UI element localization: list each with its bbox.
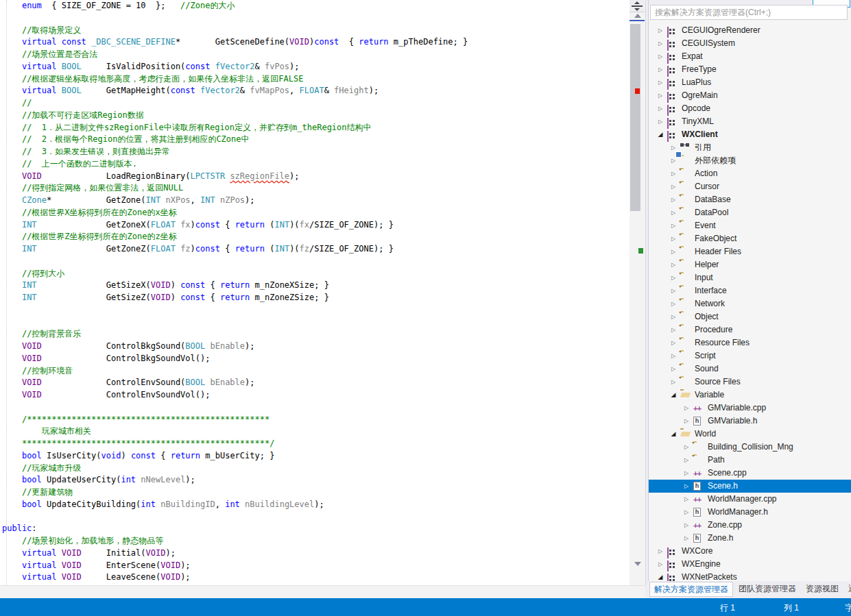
collapse-arrow-icon[interactable]: ◢	[669, 389, 678, 402]
expand-arrow-icon[interactable]: ▷	[682, 415, 691, 428]
tree-row-helper[interactable]: ▷Helper	[649, 258, 851, 271]
tree-row-source-files[interactable]: ▷Source Files	[649, 375, 851, 389]
expand-arrow-icon[interactable]: ▷	[656, 558, 665, 571]
expand-arrow-icon[interactable]: ▷	[669, 193, 678, 206]
tree-row-tinyxml[interactable]: ▷TinyXML	[649, 115, 851, 128]
tree-row-luaplus[interactable]: ▷LuaPlus	[649, 76, 851, 89]
expand-arrow-icon[interactable]: ▷	[669, 349, 678, 362]
collapse-arrow-icon[interactable]: ◢	[656, 128, 665, 141]
tree-row-worldmanager-h[interactable]: ▷hWorldManager.h	[649, 506, 851, 519]
tree-item-label: WorldManager.cpp	[708, 493, 777, 506]
tree-row-object[interactable]: ▷Object	[649, 310, 851, 323]
tree-row-wxengine[interactable]: ▷WXEngine	[649, 558, 851, 571]
window-splitter-handle[interactable]	[630, 0, 645, 12]
tab-资源视图[interactable]: 资源视图	[802, 582, 843, 595]
collapse-arrow-icon[interactable]: ◢	[656, 571, 665, 581]
tree-row-zone-h[interactable]: ▷hZone.h	[649, 532, 851, 545]
tree-row-freetype[interactable]: ▷FreeType	[649, 63, 851, 76]
scroll-up-button[interactable]	[634, 14, 641, 18]
expand-arrow-icon[interactable]: ▷	[682, 441, 691, 454]
expand-arrow-icon[interactable]: ▷	[669, 245, 678, 258]
expand-arrow-icon[interactable]: ▷	[669, 232, 678, 245]
code-line: /***************************************…	[0, 414, 630, 426]
expand-arrow-icon[interactable]: ▷	[669, 375, 678, 389]
expand-arrow-icon[interactable]: ▷	[669, 323, 678, 336]
tree-row-sound[interactable]: ▷Sound	[649, 362, 851, 375]
tree-row-input[interactable]: ▷Input	[649, 271, 851, 284]
scrollbar-thumb[interactable]	[630, 24, 640, 211]
expand-arrow-icon[interactable]: ▷	[669, 206, 678, 219]
tree-row-database[interactable]: ▷DataBase	[649, 193, 851, 206]
tree-row-scene-h[interactable]: ▷hScene.h	[649, 480, 851, 493]
tree-row-action[interactable]: ▷Action	[649, 167, 851, 180]
expand-arrow-icon[interactable]: ▷	[682, 519, 691, 532]
expand-arrow-icon[interactable]: ▷	[682, 402, 691, 415]
tree-row-event[interactable]: ▷Event	[649, 219, 851, 232]
expand-arrow-icon[interactable]: ▷	[669, 258, 678, 271]
tree-row-datapool[interactable]: ▷DataPool	[649, 206, 851, 219]
tree-row-gmvariable-cpp[interactable]: ▷++GMVariable.cpp	[649, 402, 851, 415]
expand-arrow-icon[interactable]: ▷	[669, 284, 678, 297]
tree-row-fakeobject[interactable]: ▷FakeObject	[649, 232, 851, 245]
scroll-down-button[interactable]	[634, 562, 641, 566]
expand-arrow-icon[interactable]: ▷	[669, 167, 678, 180]
tree-row-path[interactable]: ▷Path	[649, 454, 851, 467]
expand-arrow-icon[interactable]: ▷	[669, 362, 678, 375]
tree-row-cursor[interactable]: ▷Cursor	[649, 180, 851, 193]
expand-arrow-icon[interactable]: ▷	[656, 115, 665, 128]
code-lines: enum { SIZE_OF_ZONE = 10 }; //Zone的大小 //…	[0, 0, 630, 584]
tree-row-wxclient[interactable]: ◢WXClient	[649, 128, 851, 141]
tree-row-interface[interactable]: ▷Interface	[649, 284, 851, 297]
tree-row-scene-cpp[interactable]: ▷++Scene.cpp	[649, 467, 851, 480]
code-editor[interactable]: enum { SIZE_OF_ZONE = 10 }; //Zone的大小 //…	[0, 0, 630, 585]
expand-arrow-icon[interactable]: ▷	[682, 467, 691, 480]
tree-row-ceguisystem[interactable]: ▷CEGUISystem	[649, 37, 851, 50]
tree-row-ceguiogrerenderer[interactable]: ▷CEGUIOgreRenderer	[649, 24, 851, 37]
expand-arrow-icon[interactable]: ▷	[669, 180, 678, 193]
expand-arrow-icon[interactable]: ▷	[682, 532, 691, 545]
expand-arrow-icon[interactable]: ▷	[682, 480, 691, 493]
cpp-project-icon	[667, 66, 669, 77]
editor-vertical-scrollbar[interactable]	[630, 0, 646, 585]
tree-row-expat[interactable]: ▷Expat	[649, 50, 851, 63]
expand-arrow-icon[interactable]: ▷	[682, 506, 691, 519]
tree-row-ogremain[interactable]: ▷OgreMain	[649, 89, 851, 102]
horizontal-scrollbar-area[interactable]	[0, 585, 645, 599]
expand-arrow-icon[interactable]: ▷	[669, 219, 678, 232]
expand-arrow-icon[interactable]: ▷	[669, 310, 678, 323]
tree-row-opcode[interactable]: ▷Opcode	[649, 102, 851, 115]
tree-item-label: OgreMain	[682, 89, 718, 102]
expand-arrow-icon[interactable]: ▷	[656, 37, 665, 50]
expand-arrow-icon[interactable]: ▷	[656, 63, 665, 76]
expand-arrow-icon[interactable]: ▷	[656, 50, 665, 63]
expand-arrow-icon[interactable]: ▷	[682, 454, 691, 467]
tree-row-wxcore[interactable]: ▷WXCore	[649, 545, 851, 558]
tab-解决方案资源管理器[interactable]: 解决方案资源管理器	[649, 582, 733, 597]
tree-row-world[interactable]: ◢World	[649, 428, 851, 441]
expand-arrow-icon[interactable]: ▷	[656, 89, 665, 102]
tab-通知[interactable]: 通知	[844, 582, 851, 595]
tree-row-script[interactable]: ▷Script	[649, 349, 851, 362]
expand-arrow-icon[interactable]: ▷	[669, 271, 678, 284]
tree-row-gmvariable-h[interactable]: ▷hGMVariable.h	[649, 415, 851, 428]
expand-arrow-icon[interactable]: ▷	[656, 24, 665, 37]
tree-row--[interactable]: ▷外部依赖项	[649, 154, 851, 167]
expand-arrow-icon[interactable]: ▷	[656, 102, 665, 115]
expand-arrow-icon[interactable]: ▷	[682, 493, 691, 506]
tree-row-header-files[interactable]: ▷Header Files	[649, 245, 851, 258]
tree-row-worldmanager-cpp[interactable]: ▷++WorldManager.cpp	[649, 493, 851, 506]
tree-row-network[interactable]: ▷Network	[649, 297, 851, 310]
tab-团队资源管理器[interactable]: 团队资源管理器	[734, 582, 800, 595]
tree-row-resource-files[interactable]: ▷Resource Files	[649, 336, 851, 349]
expand-arrow-icon[interactable]: ▷	[656, 76, 665, 89]
tree-row-zone-cpp[interactable]: ▷++Zone.cpp	[649, 519, 851, 532]
solution-search-input[interactable]	[651, 5, 847, 19]
tree-row-procedure[interactable]: ▷Procedure	[649, 323, 851, 336]
tree-row-building-collision-mng[interactable]: ▷Building_Collision_Mng	[649, 441, 851, 454]
expand-arrow-icon[interactable]: ▷	[656, 545, 665, 558]
tree-row-variable[interactable]: ◢Variable	[649, 389, 851, 402]
expand-arrow-icon[interactable]: ▷	[669, 297, 678, 310]
collapse-arrow-icon[interactable]: ◢	[669, 428, 678, 441]
expand-arrow-icon[interactable]: ▷	[669, 336, 678, 349]
tree-row-wxnetpackets[interactable]: ◢WXNetPackets	[649, 571, 851, 581]
